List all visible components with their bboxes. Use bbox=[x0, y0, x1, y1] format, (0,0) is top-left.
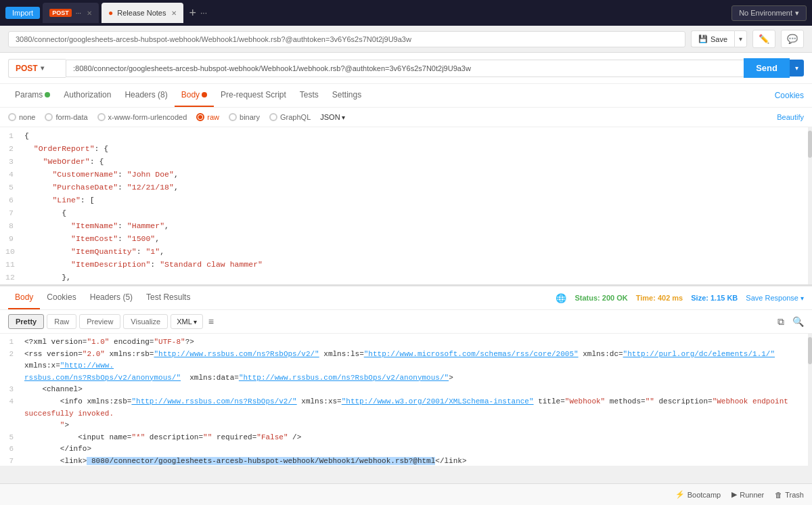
url-display: 3080/connector/googlesheets-arcesb-hubsp… bbox=[8, 31, 685, 47]
save-response-arrow-icon: ▾ bbox=[800, 294, 804, 302]
import-button[interactable]: Import bbox=[5, 7, 40, 19]
save-icon: 💾 bbox=[698, 35, 708, 43]
option-form-data[interactable]: form-data bbox=[45, 113, 87, 121]
tab-more-icon[interactable]: ··· bbox=[200, 8, 207, 18]
globe-icon: 🌐 bbox=[556, 293, 566, 303]
resp-tab-headers[interactable]: Headers (5) bbox=[83, 286, 139, 309]
view-tab-preview[interactable]: Preview bbox=[79, 314, 120, 329]
resp-line-2: 2 <rss version="2.0" xmlns:rsb="http://w… bbox=[0, 349, 812, 372]
response-copy-button[interactable]: ⧉ bbox=[777, 316, 784, 328]
tab-body[interactable]: Body bbox=[175, 84, 214, 107]
tab-method-badge: POST bbox=[49, 9, 72, 17]
view-tab-pretty[interactable]: Pretty bbox=[8, 314, 44, 329]
json-arrow-icon: ▾ bbox=[342, 114, 345, 121]
tab-prerequest[interactable]: Pre-request Script bbox=[214, 84, 293, 107]
code-line-12: 12 }, bbox=[0, 271, 812, 284]
url-input[interactable] bbox=[66, 60, 744, 77]
params-badge bbox=[45, 92, 50, 97]
tab-tests[interactable]: Tests bbox=[293, 84, 325, 107]
response-view-tabs-row: Pretty Raw Preview Visualize XML ▾ ≡ ⧉ 🔍 bbox=[0, 310, 812, 334]
view-tab-visualize[interactable]: Visualize bbox=[123, 314, 168, 329]
xml-format-label: XML bbox=[177, 317, 192, 326]
response-size: Size: 1.15 KB bbox=[691, 294, 738, 302]
tab-add-icon[interactable]: + bbox=[189, 6, 196, 20]
beautify-button[interactable]: Beautify bbox=[777, 113, 804, 121]
code-line-8: 8 "ItemName": "Hammer", bbox=[0, 220, 812, 233]
tab-settings[interactable]: Settings bbox=[325, 84, 368, 107]
save-label: Save bbox=[710, 35, 727, 43]
save-button[interactable]: 💾 Save bbox=[691, 30, 734, 47]
filter-icon-button[interactable]: ≡ bbox=[206, 315, 217, 328]
url-bar-area: 3080/connector/googlesheets-arcesb-hubsp… bbox=[0, 26, 812, 53]
resp-tab-body[interactable]: Body bbox=[8, 286, 40, 309]
body-options-row: none form-data x-www-form-urlencoded raw… bbox=[0, 108, 812, 127]
resp-line-2b: rssbus.com/ns?RsbOps/v2/anonymous/" xmln… bbox=[0, 372, 812, 385]
response-search-button[interactable]: 🔍 bbox=[792, 316, 804, 327]
save-button-group: 💾 Save ▾ bbox=[691, 30, 747, 47]
tab-authorization[interactable]: Authorization bbox=[57, 84, 118, 107]
code-line-4: 4 "CustomerName": "John Doe", bbox=[0, 169, 812, 181]
view-tab-raw[interactable]: Raw bbox=[47, 314, 76, 329]
resp-line-7: 7 <link> 8080/connector/googlesheets-arc… bbox=[0, 456, 812, 466]
xml-arrow-icon: ▾ bbox=[194, 318, 197, 326]
resp-line-6: 6 </info> bbox=[0, 443, 812, 456]
tab-release-close-icon[interactable]: ✕ bbox=[171, 9, 177, 17]
request-tabs-row: Params Authorization Headers (8) Body Pr… bbox=[0, 84, 812, 108]
editor-scrollbar[interactable] bbox=[808, 127, 812, 284]
code-line-5: 5 "PurchaseDate": "12/21/18", bbox=[0, 181, 812, 194]
env-arrow-icon: ▾ bbox=[795, 9, 799, 18]
env-label: No Environment bbox=[739, 9, 792, 17]
code-line-3: 3 "WebOrder": { bbox=[0, 156, 812, 169]
method-url-row: POST ▾ Send ▾ bbox=[0, 53, 812, 84]
tab-url-short: ··· bbox=[76, 9, 81, 17]
send-dropdown-button[interactable]: ▾ bbox=[790, 60, 804, 76]
method-arrow-icon: ▾ bbox=[41, 64, 44, 72]
save-dropdown-button[interactable]: ▾ bbox=[734, 30, 747, 47]
option-raw[interactable]: raw bbox=[196, 113, 219, 121]
resp-tab-cookies[interactable]: Cookies bbox=[40, 286, 83, 309]
release-notes-icon: ● bbox=[108, 8, 113, 18]
send-button[interactable]: Send bbox=[744, 58, 790, 78]
tab-post[interactable]: POST ··· ✕ bbox=[43, 3, 99, 23]
code-line-1: 1 { bbox=[0, 130, 812, 143]
response-time: Time: 402 ms bbox=[636, 294, 683, 302]
status-ok-badge: Status: 200 OK bbox=[574, 294, 627, 302]
tab-headers[interactable]: Headers (8) bbox=[118, 84, 174, 107]
code-line-13: 13 { bbox=[0, 284, 812, 286]
edit-icon-button[interactable]: ✏️ bbox=[752, 30, 775, 48]
comment-icon-button[interactable]: 💬 bbox=[781, 30, 804, 48]
save-response-label: Save Response bbox=[746, 294, 798, 302]
top-bar: Import POST ··· ✕ ● Release Notes ✕ + ··… bbox=[0, 0, 812, 26]
resp-tab-test-results[interactable]: Test Results bbox=[139, 286, 197, 309]
response-status-area: 🌐 Status: 200 OK Time: 402 ms Size: 1.15… bbox=[556, 293, 804, 303]
tab-close-icon[interactable]: ✕ bbox=[87, 9, 92, 17]
method-label: POST bbox=[16, 64, 38, 73]
body-badge bbox=[202, 92, 207, 97]
code-line-7: 7 { bbox=[0, 207, 812, 220]
response-code-area: 1 <?xml version="1.0" encoding="UTF-8"?>… bbox=[0, 334, 812, 466]
request-code-editor: 1 { 2 "OrderReport": { 3 "WebOrder": { 4… bbox=[0, 127, 812, 286]
resp-line-4b: "> bbox=[0, 420, 812, 432]
option-none[interactable]: none bbox=[8, 113, 35, 121]
json-format-selector[interactable]: JSON ▾ bbox=[320, 113, 344, 121]
resp-line-5: 5 <input name="*" description="" require… bbox=[0, 432, 812, 444]
code-line-2: 2 "OrderReport": { bbox=[0, 143, 812, 156]
option-urlencoded[interactable]: x-www-form-urlencoded bbox=[97, 113, 187, 121]
method-select[interactable]: POST ▾ bbox=[8, 59, 66, 78]
cookies-link[interactable]: Cookies bbox=[775, 91, 804, 100]
resp-scrollbar[interactable] bbox=[808, 334, 812, 466]
code-line-6: 6 "Line": [ bbox=[0, 194, 812, 207]
tab-release-notes-label: Release Notes bbox=[117, 9, 166, 17]
resp-line-1: 1 <?xml version="1.0" encoding="UTF-8"?> bbox=[0, 336, 812, 349]
resp-line-4: 4 <info xmlns:zsb="http://www.rssbus.com… bbox=[0, 396, 812, 420]
code-line-10: 10 "ItemQuantity": "1", bbox=[0, 246, 812, 259]
code-line-11: 11 "ItemDescription": "Standard claw ham… bbox=[0, 259, 812, 271]
save-response-button[interactable]: Save Response ▾ bbox=[746, 294, 804, 302]
tab-release-notes[interactable]: ● Release Notes ✕ bbox=[102, 3, 183, 23]
option-binary[interactable]: binary bbox=[229, 113, 260, 121]
tab-params[interactable]: Params bbox=[8, 84, 57, 107]
xml-format-selector[interactable]: XML ▾ bbox=[171, 314, 203, 329]
env-selector[interactable]: No Environment ▾ bbox=[731, 5, 807, 21]
response-tabs-row: Body Cookies Headers (5) Test Results 🌐 … bbox=[0, 286, 812, 310]
option-graphql[interactable]: GraphQL bbox=[269, 113, 311, 121]
